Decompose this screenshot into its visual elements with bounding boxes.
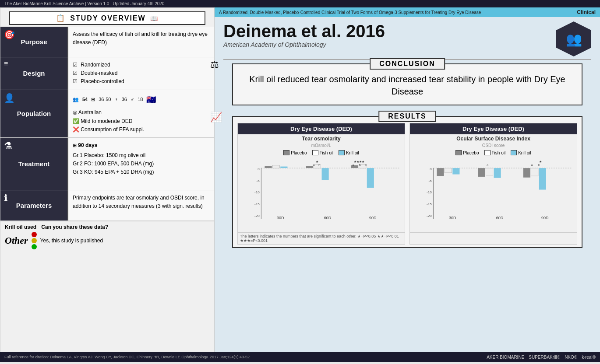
svg-text:60D: 60D [496, 216, 504, 220]
chart-1-svg: 0 -5 -10 -15 -20 [251, 157, 400, 227]
treatment-group-1: Gr.1 Placebo: 1500 mg olive oil [73, 151, 210, 160]
legend-box-krilloil-2 [511, 150, 517, 155]
svg-text:★★: ★★ [354, 160, 359, 164]
chart-2-footnote [410, 232, 577, 240]
svg-text:0: 0 [258, 167, 260, 171]
pop-item-2: ✅ Mild to moderate DED [73, 117, 210, 126]
treatment-icon: ⚗ [4, 140, 12, 151]
conclusion-section: CONCLUSION Krill oil reduced tear osmola… [232, 63, 582, 105]
top-bar: The Aker BioMarine Krill Science Archive… [0, 0, 600, 7]
study-journal: American Academy of Ophthalmology [223, 41, 385, 48]
bar-60d-placebo [306, 166, 313, 168]
population-icon: 👤 [4, 93, 15, 103]
treatment-label: ⚗ Treatment [0, 138, 68, 190]
bar-90d-krilloil [367, 168, 374, 188]
bar-30d-krilloil [280, 167, 287, 168]
chart-2-title: Dry Eye Disease (DED) [410, 123, 577, 134]
legend-fishoil-2: Fish oil [484, 150, 506, 155]
chart-1-area: 0 -5 -10 -15 -20 [238, 157, 405, 232]
krill-used-row: Krill oil used Can you share these data? [5, 224, 210, 230]
results-section: RESULTS Dry Eye Disease (DED) Tear osmol… [232, 116, 582, 248]
logo-kreal: k·real® [582, 355, 596, 360]
conclusion-text: Krill oil reduced tear osmolarity and in… [233, 64, 582, 105]
chart-2-svg: 0 -5 -10 -15 -20 [423, 157, 572, 227]
svg-text:a: a [487, 164, 488, 167]
study-overview-header: 📋 STUDY OVERVIEW 📖 [9, 11, 205, 25]
pop-female: 36 [122, 96, 127, 104]
study-title: Deinema et al. 2016 [223, 21, 385, 41]
traffic-yellow [32, 238, 37, 243]
archive-icon: 📋 [56, 14, 66, 22]
citation-text: Full reference for citation: Deinema LA,… [4, 355, 250, 359]
pop-item-1: ◎ Australian [73, 108, 210, 117]
krill-used-label: Krill oil used [5, 224, 36, 230]
chart-2: Dry Eye Disease (DED) Ocular Surface Dis… [409, 123, 577, 245]
bar2-60d-krilloil [494, 168, 501, 178]
design-item-2: ☑ Double-masked [73, 69, 210, 77]
svg-text:b: b [318, 164, 320, 167]
logo-aker: AKER BIOMARINE [487, 355, 524, 360]
legend-placebo-1: Placebo [283, 150, 307, 155]
bar2-30d-fishoil [445, 168, 452, 173]
svg-text:0: 0 [430, 167, 432, 171]
pop-total: 54 [82, 96, 88, 104]
design-section: ≡ Design ☑ Randomized ☑ Double-masked ☑ … [0, 57, 214, 90]
pop-age-icon: ⊞ [91, 96, 95, 104]
purpose-description: Assess the efficacy of fish oil and kril… [73, 31, 208, 46]
book-icon: 📖 [150, 15, 159, 22]
legend-placebo-1-label: Placebo [291, 150, 307, 155]
study-overview-label: STUDY OVERVIEW [70, 14, 145, 22]
bottom-logos: AKER BIOMARINE SUPERBAKrill® NKO® k·real… [487, 355, 596, 360]
legend-fishoil-2-label: Fish oil [492, 150, 506, 155]
bar2-30d-krilloil [452, 168, 459, 174]
svg-text:-10: -10 [254, 190, 260, 194]
chart-1-title: Dry Eye Disease (DED) [238, 123, 405, 134]
purpose-icon: 🎯 [4, 29, 15, 40]
chart-1-legend: Placebo Fish oil Krill oil [238, 149, 405, 157]
left-panel: 📋 STUDY OVERVIEW 📖 🎯 Purpose Assess the … [0, 7, 215, 352]
svg-text:-20: -20 [254, 214, 260, 218]
conclusion-header: CONCLUSION [370, 58, 445, 70]
bar-30d-fishoil [272, 165, 279, 168]
design-item-3: ☑ Placebo-controlled [73, 77, 210, 86]
top-bar-text: The Aker BioMarine Krill Science Archive… [4, 1, 164, 6]
bar2-90d-krilloil [539, 168, 546, 189]
study-title-bar-text: A Randomized, Double-Masked, Placebo-Con… [219, 10, 481, 15]
svg-text:b: b [538, 164, 540, 167]
purpose-content: Assess the efficacy of fish oil and kril… [68, 27, 214, 57]
bar-30d-placebo [265, 166, 272, 168]
traffic-green [32, 244, 37, 249]
clinical-label: Clinical [577, 9, 596, 15]
parameters-section: ℹ Parameters Primary endpoints are tear … [0, 190, 214, 221]
purpose-label: 🎯 Purpose [0, 27, 68, 57]
krill-published-text: Yes, this study is published [40, 238, 103, 244]
svg-text:b: b [359, 164, 361, 167]
svg-text:-15: -15 [427, 202, 432, 206]
bar2-90d-placebo [523, 168, 530, 178]
treatment-content: ⊞ 90 days Gr.1 Placebo: 1500 mg olive oi… [68, 138, 214, 190]
legend-placebo-2-label: Placebo [463, 150, 479, 155]
purpose-section: 🎯 Purpose Assess the efficacy of fish oi… [0, 27, 214, 57]
design-item-1: ☑ Randomized [73, 61, 210, 69]
svg-text:b: b [365, 164, 367, 167]
krill-used-section: Krill oil used Can you share these data?… [0, 221, 214, 252]
logo-superba: SUPERBAKrill® [529, 355, 560, 360]
parameters-icon: ℹ [4, 193, 7, 203]
chart-2-area: 0 -5 -10 -15 -20 [410, 157, 577, 232]
svg-text:90D: 90D [541, 216, 549, 220]
chart-1-subtitle: Tear osmolarity [238, 134, 405, 143]
population-section: 👤 Population 👥 54 ⊞ 36-50 ♀ 36 ♂ 18 🇦🇺 ◎… [0, 90, 214, 138]
bar2-60d-fishoil [486, 168, 493, 175]
results-wrapper: 📈 RESULTS Dry Eye Disease (DED) Tear osm… [223, 116, 591, 251]
treatment-group-2: Gr.2 FO: 1000 EPA, 500 DHA (mg) [73, 160, 210, 168]
legend-box-placebo-1 [283, 150, 289, 155]
legend-krilloil-2-label: Krill oil [518, 150, 531, 155]
results-header: RESULTS [378, 111, 436, 122]
study-main-header: Deinema et al. 2016 American Academy of … [215, 17, 600, 59]
bottom-bar: Full reference for citation: Deinema LA,… [0, 352, 600, 362]
chart-2-unit: OSDI score [410, 143, 577, 149]
svg-text:★: ★ [316, 160, 318, 164]
svg-text:-5: -5 [257, 179, 260, 183]
clinical-hexagon-icon: 👥 [556, 21, 591, 56]
svg-text:-20: -20 [427, 214, 432, 218]
